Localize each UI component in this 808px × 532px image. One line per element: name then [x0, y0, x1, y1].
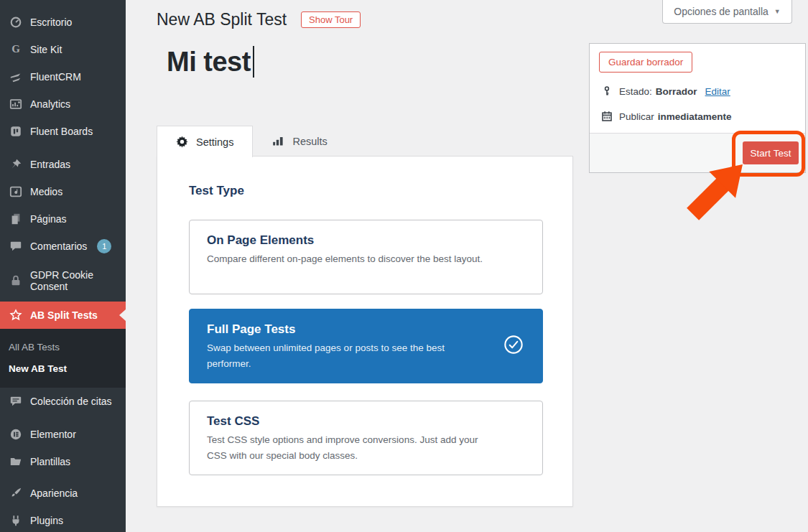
media-icon	[9, 185, 23, 199]
sidebar-item-posts[interactable]: Entradas	[0, 151, 126, 178]
card-title: Full Page Tests	[207, 322, 525, 337]
text-caret	[253, 46, 254, 78]
ab-split-tests-submenu: All AB Tests New AB Test	[0, 329, 126, 388]
plugin-icon	[9, 513, 23, 528]
screen-options-label: Opciones de pantalla	[674, 6, 768, 17]
star-icon	[9, 308, 23, 322]
post-title-value: Mi test	[167, 47, 251, 78]
bar-chart-icon	[271, 135, 284, 147]
tab-results[interactable]: Results	[253, 126, 345, 157]
page-title: New AB Split Test	[157, 10, 287, 29]
post-title-input[interactable]: Mi test	[167, 46, 254, 78]
sidebar-item-dashboard[interactable]: Escritorio	[0, 9, 126, 36]
status-value: Borrador	[656, 86, 697, 97]
status-label: Estado:	[619, 86, 652, 97]
sidebar-item-site-kit[interactable]: G Site Kit	[0, 36, 126, 63]
card-description: Compare different on-page elements to di…	[207, 251, 483, 267]
test-type-card-on-page-elements[interactable]: On Page Elements Compare different on-pa…	[189, 220, 543, 294]
fluent-boards-icon	[9, 124, 23, 139]
key-icon	[601, 85, 613, 97]
edit-status-link[interactable]: Editar	[705, 86, 730, 97]
sidebar-item-plugins[interactable]: Plugins	[0, 507, 126, 532]
sidebar-item-quote-collection[interactable]: Colección de citas	[0, 388, 126, 415]
sidebar-item-appearance[interactable]: Apariencia	[0, 480, 126, 507]
sidebar-item-fluentcrm[interactable]: FluentCRM	[0, 63, 126, 90]
card-title: Test CSS	[207, 414, 525, 429]
test-type-card-full-page-tests[interactable]: Full Page Tests Swap between unlimited p…	[189, 309, 543, 383]
dashboard-icon	[9, 15, 23, 29]
test-type-heading: Test Type	[189, 184, 244, 198]
analytics-icon	[9, 97, 23, 111]
settings-panel: Test Type On Page Elements Compare diffe…	[157, 156, 573, 507]
folder-icon	[9, 454, 23, 469]
card-description: Test CSS style options and improve conve…	[207, 432, 483, 465]
elementor-icon	[9, 427, 23, 442]
check-circle-icon	[503, 335, 524, 358]
tab-settings[interactable]: Settings	[157, 126, 253, 157]
status-row: Estado: Borrador Editar	[601, 85, 730, 97]
sidebar-item-ab-split-tests[interactable]: AB Split Tests	[0, 302, 126, 329]
submenu-item-all-ab-tests[interactable]: All AB Tests	[0, 336, 126, 358]
sidebar-item-gdpr-cookie-consent[interactable]: GDPR Cookie Consent	[0, 260, 126, 302]
chevron-down-icon: ▼	[774, 8, 781, 15]
show-tour-button[interactable]: Show Tour	[301, 11, 361, 28]
sitekit-icon: G	[9, 42, 23, 57]
admin-sidebar: Escritorio G Site Kit FluentCRM Analytic…	[0, 0, 126, 532]
test-type-card-test-css[interactable]: Test CSS Test CSS style options and impr…	[189, 401, 543, 475]
brush-icon	[9, 486, 23, 500]
sidebar-item-fluent-boards[interactable]: Fluent Boards	[0, 118, 126, 145]
publish-schedule-row: Publicar inmediatamente	[601, 111, 732, 122]
comments-pending-badge: 1	[97, 239, 111, 253]
pin-icon	[9, 157, 23, 172]
publish-value: inmediatamente	[658, 111, 732, 122]
lock-icon	[9, 274, 23, 288]
pages-icon	[9, 212, 23, 226]
calendar-icon	[601, 111, 613, 122]
save-draft-button[interactable]: Guardar borrador	[599, 52, 692, 73]
comments-icon	[9, 239, 23, 253]
gear-icon	[176, 136, 188, 148]
sidebar-item-pages[interactable]: Páginas	[0, 205, 126, 233]
current-menu-notch	[119, 309, 126, 321]
editor-tabs: Settings Results	[157, 126, 346, 157]
fluentcrm-icon	[9, 70, 23, 84]
submenu-item-new-ab-test[interactable]: New AB Test	[0, 358, 126, 379]
sidebar-item-media[interactable]: Medios	[0, 178, 126, 205]
testimonial-icon	[9, 394, 23, 409]
sidebar-item-comments[interactable]: Comentarios 1	[0, 233, 126, 260]
screen-options-toggle[interactable]: Opciones de pantalla ▼	[662, 0, 792, 24]
card-title: On Page Elements	[207, 233, 525, 248]
start-test-button[interactable]: Start Test	[743, 141, 799, 164]
card-description: Swap between unlimited pages or posts to…	[207, 340, 473, 373]
sidebar-item-analytics[interactable]: Analytics	[0, 90, 126, 118]
sidebar-item-elementor[interactable]: Elementor	[0, 421, 126, 448]
publish-label: Publicar	[619, 111, 654, 122]
sidebar-item-templates[interactable]: Plantillas	[0, 448, 126, 475]
